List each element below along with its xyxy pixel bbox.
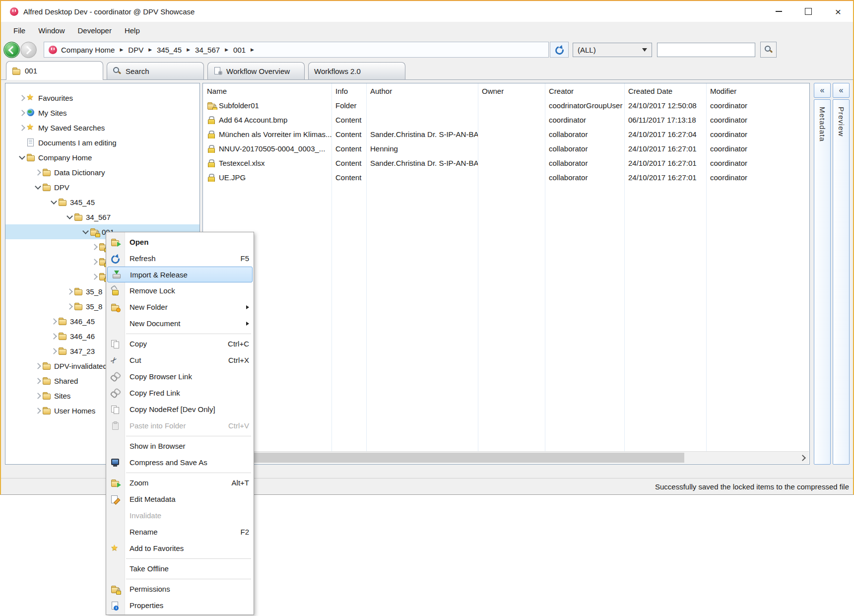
menu-item-remove-lock[interactable]: Remove Lock xyxy=(106,282,254,299)
breadcrumb-segment[interactable]: 001 xyxy=(233,46,246,54)
breadcrumb[interactable]: Company Home▶DPV▶345_45▶34_567▶001▶ xyxy=(44,42,549,58)
search-button[interactable] xyxy=(760,42,777,58)
breadcrumb-segment[interactable]: 345_45 xyxy=(157,46,182,54)
tree-expand-toggle[interactable] xyxy=(17,111,26,115)
menu-item-properties[interactable]: Properties xyxy=(106,597,254,614)
column-header-modifier[interactable]: Modifier xyxy=(706,87,810,95)
tree-expand-toggle[interactable] xyxy=(90,274,99,279)
menu-item-shortcut: Alt+T xyxy=(232,479,249,487)
scrollbar-thumb[interactable] xyxy=(205,453,684,463)
tree-expand-toggle[interactable] xyxy=(17,126,26,130)
tree-item-dpv[interactable]: DPV xyxy=(5,180,199,195)
column-header-name[interactable]: Name xyxy=(203,87,331,95)
collapse-button[interactable]: « xyxy=(814,83,831,98)
menu-item-permissions[interactable]: Permissions xyxy=(106,581,254,597)
tree-collapse-toggle[interactable] xyxy=(17,156,26,159)
close-button[interactable]: × xyxy=(823,1,853,22)
column-header-creator[interactable]: Creator xyxy=(545,87,624,95)
tree-expand-toggle[interactable] xyxy=(33,409,42,413)
tree-collapse-toggle[interactable] xyxy=(81,230,90,233)
tree-collapse-toggle[interactable] xyxy=(65,215,74,218)
tree-item-company-home[interactable]: Company Home xyxy=(5,150,199,165)
tree-expand-toggle[interactable] xyxy=(33,170,42,175)
table-row[interactable]: Testexcel.xlsxContentSander.Christina Dr… xyxy=(203,156,809,170)
tree-item-documents-i-am-editing[interactable]: Documents I am editing xyxy=(5,135,199,150)
side-tab-metadata[interactable]: Metadata xyxy=(814,99,831,465)
tree-expand-toggle[interactable] xyxy=(33,394,42,398)
breadcrumb-segment[interactable]: 34_567 xyxy=(195,46,220,54)
chevron-right-icon xyxy=(799,455,806,461)
table-row[interactable]: Add 64 Account.bmpContentcoordinator06/1… xyxy=(203,113,809,127)
breadcrumb-segment[interactable]: Company Home xyxy=(61,46,115,54)
menu-item-refresh[interactable]: RefreshF5 xyxy=(106,250,254,267)
tab-workflow-overview[interactable]: Workflow Overview xyxy=(207,62,305,79)
paste-icon xyxy=(111,422,120,430)
collapse-chevrons-icon: « xyxy=(839,86,844,95)
menu-item-zoom[interactable]: ZoomAlt+T xyxy=(106,475,254,491)
collapse-button[interactable]: « xyxy=(833,83,850,98)
breadcrumb-segment[interactable]: DPV xyxy=(128,46,143,54)
refresh-button[interactable] xyxy=(550,42,569,58)
column-header-author[interactable]: Author xyxy=(366,87,478,95)
tree-expand-toggle[interactable] xyxy=(33,364,42,368)
tab-001[interactable]: 001 xyxy=(6,61,103,80)
note-icon xyxy=(26,138,35,146)
menu-item-copy-browser-link[interactable]: Copy Browser Link xyxy=(106,368,254,385)
tree-expand-toggle[interactable] xyxy=(49,349,58,353)
menu-file[interactable]: File xyxy=(7,26,32,35)
tree-expand-toggle[interactable] xyxy=(17,96,26,100)
tree-item-data-dictionary[interactable]: Data Dictionary xyxy=(5,165,199,180)
menu-item-import-release[interactable]: Import & Release xyxy=(107,267,253,282)
menu-developer[interactable]: Developer xyxy=(71,26,118,35)
tree-expand-toggle[interactable] xyxy=(49,334,58,339)
tree-expand-toggle[interactable] xyxy=(65,289,74,294)
menu-item-copy-noderef-dev-only-[interactable]: Copy NodeRef [Dev Only] xyxy=(106,401,254,417)
tree-expand-toggle[interactable] xyxy=(49,319,58,324)
table-row[interactable]: NNUV-20170505-0004_0003_...ContentHennin… xyxy=(203,141,809,156)
tree-expand-toggle[interactable] xyxy=(90,260,99,264)
menu-item-new-document[interactable]: New Document xyxy=(106,315,254,332)
forward-button[interactable] xyxy=(20,42,37,58)
scroll-right-button[interactable] xyxy=(797,453,808,463)
menu-item-edit-metadata[interactable]: Edit Metadata xyxy=(106,491,254,507)
menu-item-rename[interactable]: RenameF2 xyxy=(106,524,254,540)
tree-item-345-45[interactable]: 345_45 xyxy=(5,195,199,209)
back-button[interactable] xyxy=(3,42,20,58)
tab-search[interactable]: Search xyxy=(107,62,204,79)
tree-item-my-saved-searches[interactable]: My Saved Searches xyxy=(5,120,199,135)
table-row[interactable]: Subfolder01FoldercoodrinatorGroupUser24/… xyxy=(203,98,809,113)
menu-help[interactable]: Help xyxy=(118,26,146,35)
menu-item-compress-and-save-as[interactable]: Compress and Save As xyxy=(106,454,254,471)
tree-item-favourites[interactable]: Favourites xyxy=(5,90,199,105)
minimize-button[interactable] xyxy=(764,1,793,22)
side-tab-preview[interactable]: Preview xyxy=(833,99,850,465)
menu-item-copy-fred-link[interactable]: Copy Fred Link xyxy=(106,385,254,401)
cell-created: 24/10/2017 12:50:08 xyxy=(624,101,706,110)
tree-collapse-toggle[interactable] xyxy=(49,201,58,204)
column-header-info[interactable]: Info xyxy=(331,87,366,95)
tree-expand-toggle[interactable] xyxy=(33,379,42,383)
context-menu: OpenRefreshF5Import & ReleaseRemove Lock… xyxy=(106,232,254,615)
column-header-created-date[interactable]: Created Date xyxy=(624,87,706,95)
tree-expand-toggle[interactable] xyxy=(90,245,99,249)
tree-item-my-sites[interactable]: My Sites xyxy=(5,105,199,120)
table-row[interactable]: UE.JPGContentcollaborator24/10/2017 16:2… xyxy=(203,170,809,185)
tree-expand-toggle[interactable] xyxy=(65,304,74,309)
menu-item-take-offline[interactable]: Take Offline xyxy=(106,560,254,577)
tree-collapse-toggle[interactable] xyxy=(33,186,42,189)
tab-workflows-2-0[interactable]: Workflows 2.0 xyxy=(308,62,405,79)
filter-dropdown[interactable]: (ALL) xyxy=(573,43,652,57)
menu-item-show-in-browser[interactable]: Show in Browser xyxy=(106,438,254,454)
menu-item-copy[interactable]: CopyCtrl+C xyxy=(106,336,254,352)
horizontal-scrollbar[interactable] xyxy=(203,451,809,464)
search-input[interactable] xyxy=(657,43,755,57)
menu-item-open[interactable]: Open xyxy=(106,234,254,250)
column-header-owner[interactable]: Owner xyxy=(478,87,545,95)
menu-window[interactable]: Window xyxy=(32,26,71,35)
menu-item-cut[interactable]: CutCtrl+X xyxy=(106,352,254,368)
tree-item-34-567[interactable]: 34_567 xyxy=(5,209,199,224)
menu-item-add-to-favorites[interactable]: Add to Favorites xyxy=(106,540,254,556)
menu-item-new-folder[interactable]: New Folder xyxy=(106,299,254,315)
table-row[interactable]: München als Vorreiter im Klimas...Conten… xyxy=(203,127,809,141)
maximize-button[interactable] xyxy=(793,1,823,22)
